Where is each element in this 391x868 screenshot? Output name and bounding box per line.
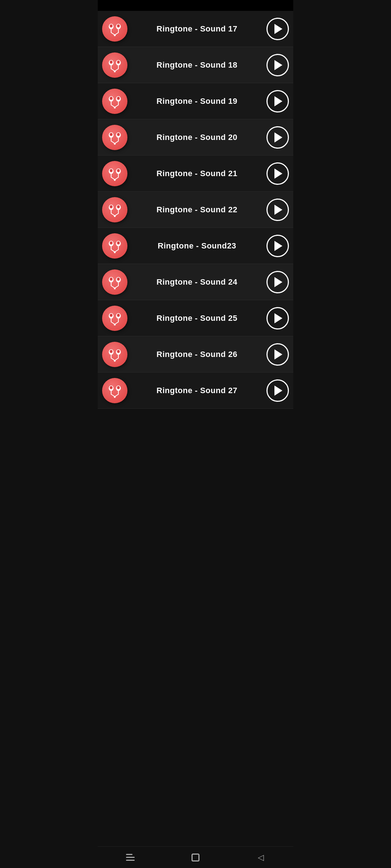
play-icon (274, 205, 282, 215)
svg-point-10 (110, 60, 113, 63)
svg-point-73 (110, 314, 113, 316)
play-button[interactable] (266, 90, 289, 112)
list-item[interactable]: Ringtone - Sound 25 (98, 300, 293, 336)
svg-point-62 (114, 251, 116, 253)
ringtone-title: Ringtone - Sound23 (127, 241, 266, 251)
svg-point-71 (114, 288, 116, 289)
svg-point-46 (110, 205, 113, 208)
svg-point-75 (117, 314, 120, 316)
play-icon (274, 277, 282, 287)
earphones-icon (102, 233, 127, 259)
ringtone-title: Ringtone - Sound 26 (127, 350, 266, 359)
svg-point-64 (110, 277, 113, 280)
play-button[interactable] (266, 199, 289, 221)
list-item[interactable]: Ringtone - Sound 26 (98, 336, 293, 373)
earphones-icon (102, 269, 127, 295)
play-button[interactable] (266, 54, 289, 76)
play-icon (274, 96, 282, 106)
list-item[interactable]: Ringtone - Sound 27 (98, 373, 293, 409)
list-item[interactable]: Ringtone - Sound 19 (98, 83, 293, 119)
play-icon (274, 349, 282, 359)
ringtone-title: Ringtone - Sound 24 (127, 277, 266, 287)
svg-point-66 (117, 277, 120, 280)
list-item[interactable]: Ringtone - Sound23 (98, 228, 293, 264)
svg-point-28 (110, 133, 113, 136)
list-item[interactable]: Ringtone - Sound 22 (98, 192, 293, 228)
earphones-icon (102, 342, 127, 367)
play-button[interactable] (266, 307, 289, 329)
play-icon (274, 60, 282, 70)
ringtone-title: Ringtone - Sound 19 (127, 97, 266, 106)
play-button[interactable] (266, 18, 289, 40)
list-item[interactable]: Ringtone - Sound 17 (98, 11, 293, 47)
play-button[interactable] (266, 379, 289, 402)
svg-point-1 (110, 24, 113, 27)
svg-point-17 (114, 71, 116, 72)
home-icon[interactable] (186, 850, 205, 865)
svg-point-91 (110, 386, 113, 389)
ringtone-title: Ringtone - Sound 27 (127, 386, 266, 395)
back-icon[interactable]: ◁ (252, 850, 270, 865)
status-bar (98, 0, 293, 11)
play-icon (274, 241, 282, 251)
svg-point-80 (114, 324, 116, 326)
earphones-icon (102, 125, 127, 150)
svg-point-21 (117, 97, 120, 99)
earphones-icon (102, 161, 127, 186)
svg-point-26 (114, 107, 116, 109)
svg-point-82 (110, 350, 113, 353)
svg-point-8 (114, 34, 116, 36)
ringtone-title: Ringtone - Sound 17 (127, 24, 266, 34)
earphones-icon (102, 378, 127, 403)
svg-point-57 (117, 241, 120, 244)
list-item[interactable]: Ringtone - Sound 24 (98, 264, 293, 300)
svg-point-3 (117, 24, 120, 27)
svg-point-98 (114, 396, 116, 398)
list-item[interactable]: Ringtone - Sound 18 (98, 47, 293, 83)
svg-point-35 (114, 143, 116, 145)
play-button[interactable] (266, 235, 289, 257)
ringtone-title: Ringtone - Sound 18 (127, 60, 266, 70)
svg-point-53 (114, 215, 116, 217)
earphones-icon (102, 16, 127, 42)
list-item[interactable]: Ringtone - Sound 20 (98, 119, 293, 156)
earphones-icon (102, 197, 127, 222)
menu-icon[interactable] (121, 850, 139, 865)
earphones-icon (102, 52, 127, 78)
svg-point-89 (114, 360, 116, 362)
svg-point-44 (114, 179, 116, 181)
ringtone-title: Ringtone - Sound 22 (127, 205, 266, 214)
play-icon (274, 169, 282, 179)
list-container: Ringtone - Sound 17 Ringtone - Sound 18 (98, 11, 293, 846)
svg-point-30 (117, 133, 120, 136)
play-icon (274, 313, 282, 323)
play-button[interactable] (266, 162, 289, 185)
play-button[interactable] (266, 271, 289, 293)
svg-point-48 (117, 205, 120, 208)
ringtone-title: Ringtone - Sound 20 (127, 133, 266, 142)
play-button[interactable] (266, 343, 289, 366)
play-icon (274, 386, 282, 396)
play-icon (274, 132, 282, 142)
svg-point-84 (117, 350, 120, 353)
play-button[interactable] (266, 126, 289, 149)
ringtone-title: Ringtone - Sound 21 (127, 169, 266, 178)
svg-point-93 (117, 386, 120, 389)
svg-point-12 (117, 60, 120, 63)
bottom-nav: ◁ (98, 846, 293, 868)
play-icon (274, 24, 282, 34)
svg-point-55 (110, 241, 113, 244)
ringtone-title: Ringtone - Sound 25 (127, 314, 266, 323)
earphones-icon (102, 89, 127, 114)
svg-point-37 (110, 169, 113, 172)
svg-point-39 (117, 169, 120, 172)
earphones-icon (102, 306, 127, 331)
list-item[interactable]: Ringtone - Sound 21 (98, 156, 293, 192)
svg-point-19 (110, 97, 113, 99)
